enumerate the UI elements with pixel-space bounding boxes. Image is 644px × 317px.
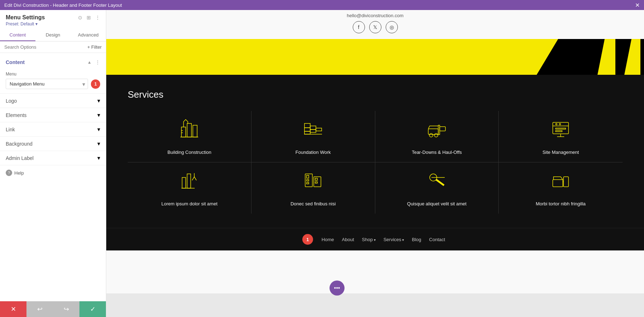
help-text[interactable]: Help <box>14 170 24 176</box>
undo-button[interactable]: ↩ <box>26 301 53 317</box>
lorem-icon <box>179 170 200 194</box>
elements-section[interactable]: Elements ▾ <box>0 108 106 122</box>
bottom-bar: ✕ ↩ ↪ ✓ <box>0 301 106 317</box>
white-area <box>106 250 644 293</box>
twitter-icon[interactable]: 𝕏 <box>369 21 381 33</box>
tab-design[interactable]: Design <box>35 29 71 41</box>
svg-rect-1 <box>187 123 191 137</box>
svg-rect-32 <box>307 180 309 181</box>
social-icons: f 𝕏 ◎ <box>353 21 398 33</box>
title-bar: Edit Divi Construction - Header and Foot… <box>0 0 644 10</box>
service-label-6: Quisque aliquet velit sit amet <box>407 201 467 206</box>
panel-content: Content ▲ ⋮ Menu Navigation Menu ▾ 1 <box>0 53 106 301</box>
construction-banner <box>106 39 644 75</box>
nav-blog[interactable]: Blog <box>409 235 424 244</box>
services-section: Services Building Construction Foundatio… <box>106 75 644 228</box>
panel-title: Menu Settings <box>6 14 45 21</box>
panel-preset: Preset: Default ▾ <box>6 21 100 26</box>
floating-dots-button[interactable]: ••• <box>330 281 345 296</box>
instagram-icon[interactable]: ◎ <box>386 21 398 33</box>
background-section[interactable]: Background ▾ <box>0 136 106 151</box>
close-icon[interactable]: ✕ <box>635 2 640 9</box>
donec-icon <box>302 170 324 194</box>
admin-label-chevron: ▾ <box>97 155 100 161</box>
footer-nav-badge: 1 <box>302 234 313 245</box>
nav-shop[interactable]: Shop <box>359 235 379 244</box>
admin-label-section[interactable]: Admin Label ▾ <box>0 151 106 165</box>
service-label-7: Morbi tortor nibh fringilla <box>536 201 585 206</box>
nav-about[interactable]: About <box>339 235 357 244</box>
tear-downs-icon <box>426 118 448 142</box>
service-label-1: Foundation Work <box>296 150 331 155</box>
columns-icon[interactable]: ⊞ <box>87 15 91 20</box>
nav-home[interactable]: Home <box>319 235 337 244</box>
morbi-icon <box>550 170 571 194</box>
svg-rect-2 <box>193 125 197 137</box>
service-item-4: Lorem ipsum dolor sit amet <box>128 162 252 214</box>
content-section-header[interactable]: Content ▲ ⋮ <box>0 56 106 69</box>
service-item-7: Morbi tortor nibh fringilla <box>499 162 623 214</box>
svg-rect-27 <box>187 174 191 188</box>
menu-select[interactable]: Navigation Menu <box>6 79 88 89</box>
email-text: hello@diviconstruction.com <box>347 13 403 18</box>
menu-badge: 1 <box>91 79 100 89</box>
link-chevron: ▾ <box>97 126 100 133</box>
content-chevron: ▲ <box>87 60 92 65</box>
svg-point-20 <box>556 123 557 125</box>
service-item-3: Site Management <box>499 111 623 162</box>
panel-tabs: Content Design Advanced <box>0 29 106 42</box>
search-row: + Filter <box>0 42 106 53</box>
svg-rect-9 <box>310 126 316 130</box>
service-item-5: Donec sed finibus nisi <box>252 162 375 214</box>
svg-rect-36 <box>315 182 317 183</box>
redo-button[interactable]: ↪ <box>53 301 79 317</box>
foundation-work-icon <box>302 118 324 142</box>
tab-advanced[interactable]: Advanced <box>70 29 106 41</box>
site-management-icon <box>550 118 571 142</box>
link-section[interactable]: Link ▾ <box>0 122 106 136</box>
svg-rect-31 <box>307 175 309 178</box>
svg-rect-41 <box>564 177 569 187</box>
settings-icon[interactable]: ⊙ <box>78 15 82 20</box>
svg-rect-17 <box>440 127 445 131</box>
services-title: Services <box>128 89 623 100</box>
more-icon[interactable]: ⋮ <box>95 15 100 20</box>
service-item-1: Foundation Work <box>252 111 375 162</box>
service-label-3: Site Management <box>542 150 579 155</box>
svg-rect-23 <box>556 131 562 132</box>
filter-button[interactable]: + Filter <box>87 44 102 50</box>
building-construction-icon <box>179 118 200 142</box>
content-section-title: Content <box>6 59 25 65</box>
svg-rect-7 <box>304 128 310 131</box>
svg-rect-40 <box>553 180 563 187</box>
svg-rect-6 <box>304 123 310 128</box>
svg-point-15 <box>434 133 438 137</box>
save-button[interactable]: ✓ <box>79 301 106 317</box>
svg-point-21 <box>559 123 561 125</box>
svg-rect-26 <box>182 177 186 188</box>
service-label-0: Building Construction <box>167 150 211 155</box>
help-row: ? Help <box>0 165 106 180</box>
service-item-6: Quisque aliquet velit sit amet <box>375 162 499 214</box>
tab-content[interactable]: Content <box>0 29 35 41</box>
svg-rect-10 <box>310 130 316 132</box>
header-strip: hello@diviconstruction.com f 𝕏 ◎ <box>106 10 644 39</box>
service-item-2: Tear-Downs & Haul-Offs <box>375 111 499 162</box>
footer-nav: 1 Home About Shop Services Blog Contact <box>106 228 644 250</box>
svg-rect-33 <box>307 182 309 184</box>
svg-rect-8 <box>304 131 310 134</box>
help-icon: ? <box>6 170 12 176</box>
logo-section[interactable]: Logo ▾ <box>0 93 106 108</box>
search-input[interactable] <box>4 44 84 50</box>
menu-label: Menu <box>6 72 100 77</box>
nav-services[interactable]: Services <box>381 235 407 244</box>
nav-contact[interactable]: Contact <box>426 235 448 244</box>
content-dots[interactable]: ⋮ <box>95 59 100 65</box>
svg-rect-22 <box>556 128 566 129</box>
svg-line-38 <box>436 180 444 185</box>
svg-point-14 <box>429 133 433 137</box>
logo-chevron: ▾ <box>97 97 100 104</box>
facebook-icon[interactable]: f <box>353 21 365 33</box>
svg-rect-11 <box>316 128 322 131</box>
cancel-button[interactable]: ✕ <box>0 301 26 317</box>
